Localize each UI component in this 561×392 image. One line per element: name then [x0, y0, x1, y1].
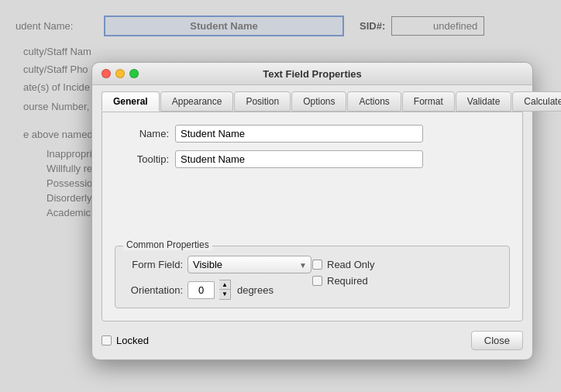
orientation-label: Orientation: [125, 284, 183, 296]
orientation-row: Orientation: ▲ ▼ degrees [125, 280, 312, 300]
tab-format[interactable]: Format [402, 91, 455, 112]
text-field-properties-dialog: Text Field Properties General Appearance… [91, 62, 533, 360]
form-field-row: Form Field: Visible Hidden Visible but d… [125, 256, 312, 273]
orientation-up-button[interactable]: ▲ [219, 280, 230, 290]
props-right: Read Only Required [312, 256, 500, 300]
tab-options[interactable]: Options [291, 91, 346, 112]
read-only-row: Read Only [312, 259, 500, 270]
common-properties-section: Common Properties Form Field: Visible Hi… [115, 246, 510, 308]
required-row: Required [312, 275, 500, 287]
orientation-input[interactable] [188, 281, 215, 299]
common-properties-label: Common Properties [123, 239, 212, 250]
degrees-label: degrees [237, 284, 274, 296]
form-field-label: Form Field: [125, 259, 183, 270]
tab-calculate[interactable]: Calculate [512, 91, 561, 112]
form-field-select-wrapper: Visible Hidden Visible but doesn't print… [188, 256, 311, 273]
name-label: Name: [115, 128, 169, 139]
orientation-stepper: ▲ ▼ [219, 280, 231, 300]
footer-left: Locked [102, 335, 149, 346]
close-button[interactable]: Close [471, 331, 523, 350]
name-row: Name: [115, 125, 510, 143]
close-traffic-light[interactable] [102, 69, 111, 78]
read-only-checkbox[interactable] [312, 260, 322, 270]
tooltip-label: Tooltip: [115, 153, 169, 165]
required-checkbox[interactable] [312, 276, 322, 286]
dialog-titlebar: Text Field Properties [92, 63, 532, 85]
maximize-traffic-light[interactable] [129, 69, 139, 78]
read-only-label: Read Only [327, 259, 374, 270]
minimize-traffic-light[interactable] [115, 69, 125, 78]
name-input[interactable] [175, 125, 423, 143]
form-field-select[interactable]: Visible Hidden Visible but doesn't print… [188, 256, 311, 273]
tooltip-input[interactable] [175, 150, 423, 168]
tab-general[interactable]: General [102, 91, 160, 112]
tab-actions[interactable]: Actions [347, 91, 401, 112]
required-label: Required [327, 275, 368, 287]
locked-label: Locked [116, 335, 149, 346]
tab-appearance[interactable]: Appearance [160, 91, 234, 112]
traffic-lights [102, 69, 139, 78]
tab-validate[interactable]: Validate [456, 91, 511, 112]
spacer [115, 176, 510, 246]
dialog-footer: Locked Close [92, 331, 532, 359]
props-grid: Form Field: Visible Hidden Visible but d… [125, 256, 500, 300]
tab-position[interactable]: Position [234, 91, 291, 112]
props-left: Form Field: Visible Hidden Visible but d… [125, 256, 312, 300]
dialog-title: Text Field Properties [263, 68, 362, 80]
dialog-body: Name: Tooltip: Common Properties Form Fi… [102, 112, 523, 322]
locked-checkbox[interactable] [102, 335, 112, 346]
orientation-down-button[interactable]: ▼ [219, 290, 230, 299]
tab-bar: General Appearance Position Options Acti… [92, 85, 532, 112]
tooltip-row: Tooltip: [115, 150, 510, 168]
